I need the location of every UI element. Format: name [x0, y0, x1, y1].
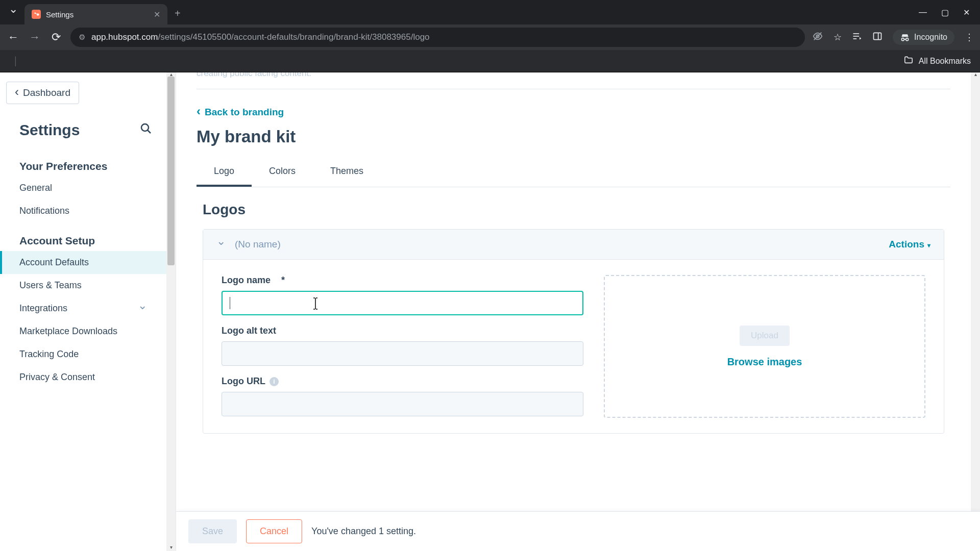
back-link-label: Back to branding	[205, 107, 284, 118]
upload-dropzone[interactable]: Upload Browse images	[604, 275, 925, 418]
svg-line-14	[148, 130, 151, 133]
sidebar-item-integrations[interactable]: Integrations	[0, 297, 166, 320]
all-bookmarks-link[interactable]: All Bookmarks	[919, 57, 971, 66]
info-icon[interactable]: i	[270, 377, 279, 386]
cancel-button[interactable]: Cancel	[246, 519, 302, 543]
field-logo-name: Logo name *	[222, 275, 583, 315]
sidebar-item-users-teams[interactable]: Users & Teams	[0, 274, 166, 297]
maximize-icon[interactable]: ▢	[941, 8, 949, 17]
tab-title: Settings	[46, 10, 149, 19]
logo-name-label: Logo name *	[222, 275, 583, 286]
field-logo-url: Logo URL i	[222, 376, 583, 416]
divider	[197, 89, 950, 89]
tab-bar: Settings ✕ + ― ▢ ✕	[0, 0, 980, 24]
settings-sidebar: Dashboard Settings Your Preferences Gene…	[0, 72, 176, 551]
actions-dropdown[interactable]: Actions	[889, 239, 930, 250]
text-cursor-icon	[310, 297, 321, 310]
chevron-down-icon	[9, 8, 18, 17]
save-button[interactable]: Save	[188, 519, 237, 543]
sidebar-item-account-defaults[interactable]: Account Defaults	[0, 251, 166, 274]
logos-section-title: Logos	[176, 187, 971, 229]
logo-name-input[interactable]	[222, 291, 583, 315]
playlist-icon[interactable]	[852, 31, 862, 44]
new-tab-button[interactable]: +	[170, 8, 185, 19]
sidebar-item-notifications[interactable]: Notifications	[0, 199, 166, 222]
caret-down-icon	[927, 239, 930, 250]
upload-button[interactable]: Upload	[740, 325, 790, 346]
svg-point-10	[901, 38, 904, 41]
logo-alt-input[interactable]	[222, 341, 583, 366]
actions-label: Actions	[889, 239, 924, 250]
svg-rect-7	[853, 38, 857, 39]
reload-button[interactable]: ⟳	[49, 30, 63, 44]
site-settings-icon[interactable]: ⚙	[79, 33, 85, 42]
settings-search-button[interactable]	[140, 122, 152, 138]
svg-rect-6	[853, 36, 860, 37]
close-window-icon[interactable]: ✕	[963, 8, 970, 17]
window-controls: ― ▢ ✕	[919, 8, 975, 17]
chevron-left-icon	[197, 107, 201, 118]
sidebar-scrollbar[interactable]: ▴ ▾	[166, 72, 176, 551]
text-caret	[230, 297, 230, 309]
sidepanel-icon[interactable]	[872, 31, 883, 44]
back-to-branding-link[interactable]: Back to branding	[176, 104, 304, 127]
logo-name-display: (No name)	[235, 239, 281, 250]
chevron-down-icon	[138, 303, 147, 314]
field-logo-alt: Logo alt text	[222, 325, 583, 366]
forward-button[interactable]: →	[28, 30, 42, 44]
toolbar-right: ☆ Incognito ⋮	[812, 30, 974, 45]
settings-header: Settings	[0, 104, 166, 148]
logo-alt-label: Logo alt text	[222, 325, 583, 336]
sidebar-item-tracking-code[interactable]: Tracking Code	[0, 343, 166, 366]
tab-search-dropdown[interactable]	[5, 4, 21, 20]
folder-icon	[903, 56, 914, 66]
sidebar-section-account: Account Setup	[0, 222, 166, 251]
app-content: Dashboard Settings Your Preferences Gene…	[0, 72, 980, 551]
sidebar-item-general[interactable]: General	[0, 177, 166, 199]
change-message: You've changed 1 setting.	[311, 526, 416, 537]
svg-rect-8	[874, 33, 881, 39]
save-bar: Save Cancel You've changed 1 setting.	[176, 511, 980, 551]
svg-point-1	[36, 13, 39, 16]
logo-url-label: Logo URL i	[222, 376, 583, 387]
chevron-left-icon	[15, 87, 19, 98]
tab-logo[interactable]: Logo	[197, 159, 252, 187]
incognito-badge[interactable]: Incognito	[893, 30, 954, 45]
main-scrollbar[interactable]: ▴ ▾	[971, 72, 980, 551]
collapse-toggle[interactable]	[216, 240, 226, 248]
svg-point-11	[906, 38, 909, 41]
tab-colors[interactable]: Colors	[252, 159, 313, 187]
tab-themes[interactable]: Themes	[313, 159, 381, 187]
search-icon	[140, 122, 152, 135]
logo-card: (No name) Actions Logo name *	[203, 229, 944, 434]
sidebar-item-marketplace[interactable]: Marketplace Downloads	[0, 320, 166, 343]
logo-card-header: (No name) Actions	[203, 230, 944, 260]
dashboard-back-link[interactable]: Dashboard	[6, 82, 79, 104]
sidebar-inner: Dashboard Settings Your Preferences Gene…	[0, 72, 166, 389]
browser-tab[interactable]: Settings ✕	[24, 4, 167, 24]
url-path: /settings/45105500/account-defaults/bran…	[158, 32, 429, 42]
truncated-description: creating public facing content.	[176, 72, 971, 89]
svg-rect-5	[853, 33, 860, 34]
close-icon[interactable]: ✕	[154, 10, 160, 19]
upload-column: Upload Browse images	[604, 275, 925, 418]
bookmarks-bar: │ All Bookmarks	[0, 50, 980, 72]
back-button[interactable]: ←	[6, 30, 20, 44]
kebab-menu-icon[interactable]: ⋮	[965, 32, 974, 43]
hubspot-favicon-icon	[32, 10, 41, 19]
settings-title: Settings	[19, 121, 80, 139]
address-bar: ← → ⟳ ⚙ app.hubspot.com/settings/4510550…	[0, 24, 980, 50]
browse-images-link[interactable]: Browse images	[727, 356, 802, 368]
sidebar-item-privacy-consent[interactable]: Privacy & Consent	[0, 366, 166, 389]
sidebar-scroll-thumb[interactable]	[167, 77, 175, 265]
star-icon[interactable]: ☆	[834, 32, 842, 43]
browser-chrome: Settings ✕ + ― ▢ ✕ ← → ⟳ ⚙ app.hubspot.c…	[0, 0, 980, 72]
logo-url-input[interactable]	[222, 392, 583, 416]
main-content: creating public facing content. Back to …	[176, 72, 980, 551]
minimize-icon[interactable]: ―	[919, 8, 927, 17]
eye-off-icon[interactable]	[812, 31, 823, 44]
page-title: My brand kit	[176, 127, 971, 156]
url-input[interactable]: ⚙ app.hubspot.com/settings/45105500/acco…	[70, 28, 805, 47]
url-domain: app.hubspot.com	[91, 32, 158, 42]
svg-point-13	[141, 124, 149, 131]
